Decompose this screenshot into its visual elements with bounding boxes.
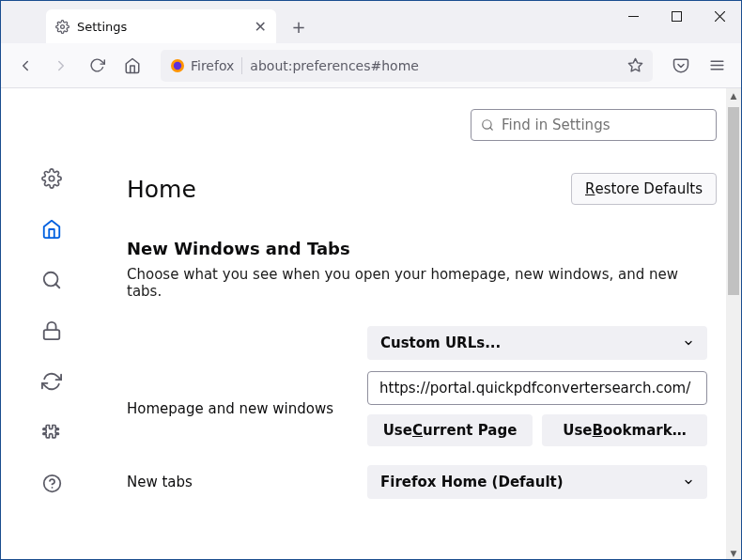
newtabs-select[interactable]: Firefox Home (Default) xyxy=(367,465,707,499)
homepage-label: Homepage and new windows xyxy=(127,400,367,417)
find-in-settings-input[interactable]: Find in Settings xyxy=(471,109,717,141)
svg-point-6 xyxy=(174,61,181,69)
scroll-down-arrow[interactable]: ▼ xyxy=(726,546,741,560)
section-description: Choose what you see when you open your h… xyxy=(127,266,717,300)
settings-sidebar xyxy=(1,88,102,560)
browser-toolbar: Firefox about:preferences#home xyxy=(1,43,741,88)
close-tab-icon[interactable]: ✕ xyxy=(255,18,267,36)
bookmark-star-icon[interactable] xyxy=(627,57,643,73)
close-window-button[interactable] xyxy=(698,1,741,31)
svg-marker-7 xyxy=(628,58,642,70)
homepage-mode-select[interactable]: Custom URLs... xyxy=(367,326,707,360)
gear-icon xyxy=(55,20,70,34)
sidebar-privacy-icon[interactable] xyxy=(40,319,63,342)
app-menu-button[interactable] xyxy=(702,51,732,81)
new-tab-button[interactable]: + xyxy=(286,13,312,39)
sidebar-search-icon[interactable] xyxy=(40,269,63,291)
page-title: Home xyxy=(127,176,196,203)
svg-point-0 xyxy=(61,24,65,28)
tab-title: Settings xyxy=(77,20,127,34)
addressbar-divider xyxy=(241,57,242,74)
forward-button[interactable] xyxy=(46,51,76,81)
svg-line-18 xyxy=(490,128,493,131)
pocket-button[interactable] xyxy=(666,51,696,81)
titlebar: Settings ✕ + xyxy=(1,1,741,43)
select-value: Firefox Home (Default) xyxy=(380,474,564,490)
restore-defaults-button[interactable]: Restore Defaults xyxy=(571,173,717,205)
use-bookmark-button[interactable]: Use Bookmark… xyxy=(542,414,707,446)
reload-button[interactable] xyxy=(82,51,112,81)
svg-point-11 xyxy=(49,176,54,181)
chevron-down-icon xyxy=(683,476,694,488)
scrollbar-thumb[interactable] xyxy=(728,107,739,295)
back-button[interactable] xyxy=(10,51,40,81)
browser-tab[interactable]: Settings ✕ xyxy=(46,9,276,43)
svg-line-13 xyxy=(55,284,59,288)
svg-rect-2 xyxy=(672,11,681,21)
use-current-page-button[interactable]: Use Current Page xyxy=(367,414,533,446)
sidebar-general-icon[interactable] xyxy=(40,167,63,190)
content-area: Find in Settings Home Restore Defaults N… xyxy=(1,88,741,560)
scroll-up-arrow[interactable]: ▲ xyxy=(726,88,741,103)
sidebar-extensions-icon[interactable] xyxy=(40,421,63,443)
newtabs-label: New tabs xyxy=(127,474,367,490)
chevron-down-icon xyxy=(683,337,694,349)
section-title: New Windows and Tabs xyxy=(127,239,717,258)
firefox-icon xyxy=(170,58,185,73)
minimize-button[interactable] xyxy=(611,1,655,31)
addressbar[interactable]: Firefox about:preferences#home xyxy=(161,50,653,82)
window-controls xyxy=(611,1,741,31)
url-text: about:preferences#home xyxy=(250,58,419,73)
scrollbar[interactable]: ▲ ▼ xyxy=(726,88,741,560)
identity-label: Firefox xyxy=(191,58,234,73)
svg-rect-14 xyxy=(44,330,60,339)
maximize-button[interactable] xyxy=(655,1,698,31)
sidebar-help-icon[interactable] xyxy=(40,472,63,494)
select-value: Custom URLs... xyxy=(380,334,501,351)
sidebar-home-icon[interactable] xyxy=(40,218,63,241)
settings-main: Find in Settings Home Restore Defaults N… xyxy=(102,88,741,560)
sidebar-sync-icon[interactable] xyxy=(40,370,63,393)
search-placeholder: Find in Settings xyxy=(502,117,610,133)
homepage-url-input[interactable] xyxy=(367,371,707,405)
identity-box[interactable]: Firefox xyxy=(170,58,234,73)
home-button[interactable] xyxy=(117,51,147,81)
